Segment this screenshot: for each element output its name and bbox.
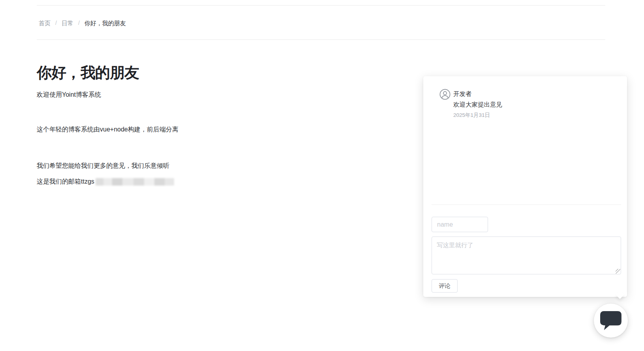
user-avatar-icon bbox=[439, 89, 451, 100]
article-paragraph: 我们希望您能给我们更多的意见，我们乐意倾听 bbox=[37, 161, 169, 171]
breadcrumb-item-category[interactable]: 日常 bbox=[62, 19, 73, 27]
panel-caret bbox=[616, 290, 625, 299]
comment-panel: 开发者 欢迎大家提出意见 2025年1月31日 评论 bbox=[423, 76, 627, 297]
comment-textarea-wrap bbox=[432, 237, 621, 274]
breadcrumb-separator: / bbox=[55, 19, 57, 27]
textarea-resize-handle[interactable] bbox=[616, 269, 620, 274]
breadcrumb-item-home[interactable]: 首页 bbox=[39, 19, 51, 27]
top-divider bbox=[37, 5, 605, 6]
blog-page: 首页 / 日常 / 你好，我的朋友 你好，我的朋友 欢迎使用Yoint博客系统 … bbox=[0, 0, 644, 351]
breadcrumb-divider bbox=[37, 39, 605, 40]
article-paragraph: 这个年轻的博客系统由vue+node构建，前后端分离 bbox=[37, 125, 178, 134]
name-input[interactable] bbox=[432, 217, 488, 232]
email-redacted-blur bbox=[96, 178, 174, 186]
article-email-line: 这是我们的邮箱ttzgs bbox=[37, 177, 174, 186]
breadcrumb-item-current: 你好，我的朋友 bbox=[84, 19, 126, 27]
comment-content: 欢迎大家提出意见 bbox=[453, 101, 502, 109]
email-line-text: 这是我们的邮箱ttzgs bbox=[37, 177, 94, 186]
comment-textarea[interactable] bbox=[432, 237, 621, 274]
breadcrumb-separator: / bbox=[78, 19, 80, 27]
page-title: 你好，我的朋友 bbox=[37, 63, 139, 83]
article-paragraph: 欢迎使用Yoint博客系统 bbox=[37, 90, 101, 99]
chat-bubble-icon bbox=[600, 311, 622, 332]
comment-form-divider bbox=[432, 205, 621, 205]
submit-comment-button[interactable]: 评论 bbox=[432, 279, 458, 293]
chat-launcher-button[interactable] bbox=[594, 304, 628, 338]
comment-date: 2025年1月31日 bbox=[453, 112, 490, 118]
breadcrumb: 首页 / 日常 / 你好，我的朋友 bbox=[39, 19, 126, 27]
comment-author: 开发者 bbox=[453, 90, 472, 98]
